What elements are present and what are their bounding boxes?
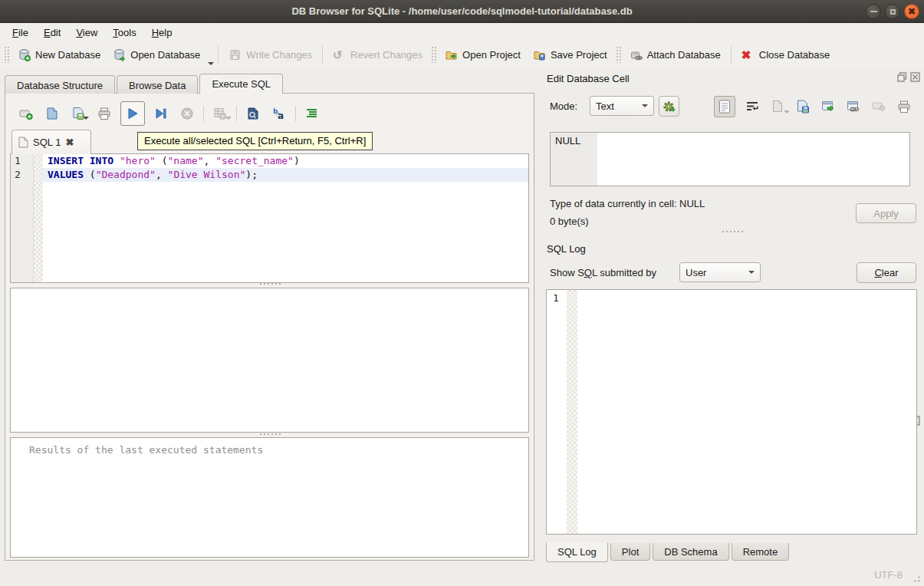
execute-all-button[interactable] (120, 101, 145, 126)
revert-changes-icon: ↺ (333, 48, 346, 61)
text-mode-button[interactable] (714, 96, 735, 117)
results-grid[interactable] (10, 288, 529, 433)
dock-splitter-handle[interactable] (541, 231, 924, 232)
save-results-button (213, 107, 227, 120)
minimize-button[interactable] (866, 4, 881, 19)
code-line-1[interactable]: INSERT INTO "hero" ("name", "secret_name… (43, 154, 528, 168)
float-panel-icon[interactable] (897, 72, 907, 82)
new-database-button[interactable]: New Database (12, 44, 107, 65)
import-cell-data-button[interactable] (794, 98, 811, 115)
toolbar-drag-handle[interactable] (616, 46, 621, 63)
menu-edit[interactable]: Edit (36, 25, 68, 41)
toolbar-separator (218, 46, 219, 63)
dock-tab-db-schema[interactable]: DB Schema (653, 543, 728, 561)
execute-all-icon (126, 107, 140, 120)
edit-cell-dock-buttons (897, 72, 920, 82)
menu-tools[interactable]: Tools (105, 25, 143, 41)
open-cell-dropdown-icon (784, 110, 790, 114)
close-panel-icon[interactable] (910, 72, 920, 82)
auto-format-button[interactable] (659, 96, 679, 117)
save-sql-file-button[interactable] (71, 107, 85, 120)
menu-view[interactable]: View (68, 25, 105, 41)
execute-current-line-button[interactable] (154, 107, 168, 120)
dock-tab-sql-log[interactable]: SQL Log (546, 542, 608, 562)
export-cell-data-button[interactable] (820, 98, 837, 115)
minimize-icon (870, 11, 877, 12)
open-sql-file-button[interactable] (45, 107, 59, 120)
sql-toolbar: ba (13, 100, 325, 127)
close-database-button[interactable]: ✖ Close Database (735, 44, 837, 65)
sql-tab-close-icon[interactable]: ✖ (65, 137, 74, 148)
cell-size-info: 0 byte(s) (550, 216, 589, 227)
revert-changes-label: Revert Changes (350, 49, 423, 61)
new-database-icon (18, 48, 31, 61)
toolbar-drag-handle[interactable] (431, 46, 436, 63)
maximize-button[interactable] (885, 4, 900, 19)
find-button[interactable] (246, 107, 260, 120)
open-project-icon (445, 48, 458, 61)
line-number: 2 (11, 168, 33, 182)
sql-log-filter-label: Show SQL submitted by (550, 267, 656, 278)
right-dock: Edit Database Cell Mode: Text (541, 67, 924, 562)
dock-tab-remote[interactable]: Remote (732, 543, 790, 561)
splitter-handle[interactable] (5, 433, 535, 435)
toolbar-separator (731, 46, 732, 63)
menu-file[interactable]: File (5, 25, 36, 41)
find-replace-button[interactable]: ba (272, 107, 286, 120)
open-database-label: Open Database (130, 49, 200, 61)
cell-editor-toolbar (714, 96, 912, 117)
new-sql-tab-button[interactable] (19, 107, 33, 120)
code-area[interactable]: INSERT INTO "hero" ("name", "secret_name… (43, 154, 528, 282)
tab-execute-sql[interactable]: Execute SQL (199, 74, 283, 94)
menu-help[interactable]: Help (144, 25, 180, 41)
new-database-label: New Database (35, 49, 100, 61)
save-sql-dropdown-icon[interactable] (83, 117, 89, 120)
splitter-handle[interactable] (5, 283, 535, 285)
tab-database-structure[interactable]: Database Structure (5, 75, 115, 94)
menubar: File Edit View Tools Help (0, 23, 924, 41)
encoding-indicator[interactable]: UTF-8 (874, 569, 903, 581)
sql-toolbar-separator (236, 106, 237, 121)
format-sql-button[interactable] (305, 107, 319, 120)
dock-tab-plot[interactable]: Plot (610, 543, 650, 561)
results-message-pane[interactable]: Results of the last executed statements (10, 437, 529, 558)
clear-log-button[interactable]: Clear (857, 262, 916, 283)
cell-text-area[interactable] (597, 133, 909, 186)
sql-toolbar-separator (203, 106, 204, 121)
sql-code-editor[interactable]: 1 2 INSERT INTO "hero" ("name", "secret_… (10, 153, 529, 283)
close-icon: ✖ (908, 7, 916, 16)
resize-grip[interactable] (911, 573, 921, 583)
line-number: 1 (11, 154, 33, 168)
chevron-down-icon (642, 104, 648, 107)
save-results-dropdown-icon (225, 117, 232, 120)
open-database-button[interactable]: Open Database (107, 44, 206, 65)
toolbar-drag-handle[interactable] (4, 46, 9, 63)
stop-execution-button (180, 107, 194, 120)
save-project-label: Save Project (551, 49, 607, 61)
titlebar[interactable]: DB Browser for SQLite - /home/user/code/… (0, 0, 924, 23)
results-placeholder: Results of the last executed statements (11, 438, 528, 456)
close-button[interactable]: ✖ (904, 4, 919, 19)
print-sql-button[interactable] (97, 107, 111, 120)
sql-log-filter-select[interactable]: User (679, 262, 761, 282)
mode-value: Text (596, 100, 614, 112)
print-cell-button[interactable] (896, 98, 912, 115)
attach-database-button[interactable]: Attach Database (623, 44, 727, 65)
cell-value-editor[interactable]: NULL (550, 132, 910, 186)
tab-browse-data[interactable]: Browse Data (117, 75, 198, 94)
code-line-2[interactable]: VALUES ("Deadpond", "Dive Wilson"); (43, 168, 528, 182)
mode-select[interactable]: Text (590, 96, 654, 116)
sql-log-filter-value: User (686, 267, 706, 278)
copy-link-button[interactable] (845, 98, 862, 115)
log-text-area[interactable] (577, 290, 916, 534)
revert-changes-button: ↺ Revert Changes (327, 44, 429, 65)
save-project-button[interactable]: Save Project (527, 44, 613, 65)
open-project-button[interactable]: Open Project (439, 44, 527, 65)
open-database-dropdown-icon[interactable] (208, 62, 214, 65)
svg-text:a: a (278, 110, 284, 120)
sql-editor-tab[interactable]: SQL 1 ✖ (12, 130, 91, 154)
word-wrap-button[interactable] (744, 98, 761, 115)
dock-tab-bar: SQL Log Plot DB Schema Remote (546, 543, 791, 563)
open-cell-data-button (769, 98, 786, 115)
sql-log-view[interactable]: 1 (546, 289, 917, 535)
